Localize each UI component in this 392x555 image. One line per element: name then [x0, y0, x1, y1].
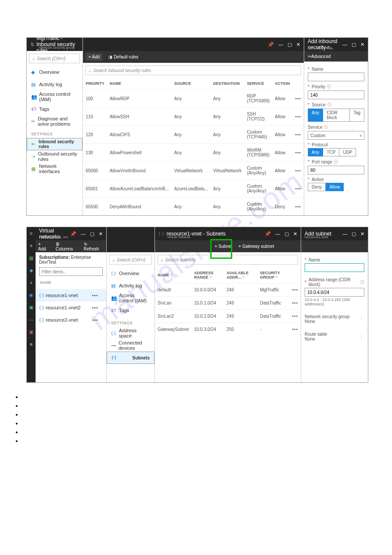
col-name[interactable]: NAME	[107, 78, 172, 90]
row-menu-icon[interactable]: •••	[289, 310, 301, 323]
row-menu-icon[interactable]: •••	[293, 126, 304, 144]
col-available[interactable]: AVAILABLE ADDR... ^	[224, 267, 257, 283]
vnet-search[interactable]: ⌕ Search (Ctrl+/)	[109, 255, 152, 265]
filter-input[interactable]	[39, 267, 103, 276]
table-row[interactable]: 65000AllowVnetInBoundVirtualNetworkVirtu…	[83, 162, 304, 180]
row-menu-icon[interactable]: •••	[293, 198, 304, 216]
vnet-item-iam[interactable]: 👥Access control (IAM)	[107, 292, 155, 304]
vnet-row[interactable]: ⟨·⟩resource1-vnet•••	[36, 289, 106, 301]
name-input[interactable]	[308, 73, 364, 81]
table-row[interactable]: 130AllowPowershellAnyAnyWinRM (TCP/5986)…	[83, 144, 304, 162]
refresh-button[interactable]: ↻ Refresh	[84, 242, 104, 251]
sidebar-item-diagnose[interactable]: ✂Diagnose and solve problems	[27, 115, 83, 127]
row-menu-icon[interactable]: •••	[92, 305, 103, 310]
rail-icon[interactable]: ●	[29, 280, 34, 285]
action-allow[interactable]: Allow	[326, 183, 344, 191]
route-table-selector[interactable]: Route table None 〉	[305, 332, 364, 341]
pin-icon[interactable]: 📌	[268, 42, 274, 47]
add-vnet-button[interactable]: + Add	[38, 242, 50, 251]
close-icon[interactable]: ✕	[296, 42, 300, 47]
minimize-icon[interactable]: —	[275, 231, 280, 237]
row-menu-icon[interactable]: •••	[293, 162, 304, 180]
table-row[interactable]: 65500DenyAllInBoundAnyAnyCustom (Any/Any…	[83, 198, 304, 216]
close-icon[interactable]: ✕	[293, 231, 297, 237]
priority-input[interactable]	[308, 91, 364, 99]
row-menu-icon[interactable]: •••	[293, 90, 304, 108]
source-any[interactable]: Any	[308, 109, 323, 122]
col-nsg[interactable]: SECURITY GROUP ^	[257, 267, 289, 283]
col-name[interactable]: NAME ^	[155, 267, 191, 283]
rules-search[interactable]: ⌕ Search inbound security rules	[86, 65, 301, 75]
rail-icon[interactable]: ◆	[29, 268, 34, 273]
table-row[interactable]: 120AllowCIFSAnyAnyCustom (TCP/445)Allow•…	[83, 126, 304, 144]
source-cidr[interactable]: CIDR block	[323, 109, 350, 122]
row-menu-icon[interactable]: •••	[289, 283, 301, 297]
sidebar-search[interactable]: ⌕ Search (Ctrl+/)	[29, 54, 80, 63]
vnet-item-address-space[interactable]: ⟨·⟩Address space	[107, 327, 155, 339]
advanced-button[interactable]: ✂ Advanced	[304, 51, 368, 62]
sidebar-item-outbound[interactable]: ⇥Outbound security rules	[27, 150, 83, 163]
maximize-icon[interactable]: ▢	[284, 231, 289, 237]
close-icon[interactable]: ✕	[99, 231, 103, 237]
sidebar-item-tags[interactable]: 🏷Tags	[27, 103, 83, 115]
rail-icon[interactable]: ◉	[29, 292, 34, 297]
table-row[interactable]: SrvLan210.0.2.0/24249DataTraffic•••	[155, 310, 301, 323]
table-row[interactable]: default10.0.0.0/24248MgtTraffic•••	[155, 283, 301, 297]
minimize-icon[interactable]: —	[278, 42, 283, 47]
col-action[interactable]: ACTION	[272, 78, 293, 90]
new-resource-icon[interactable]: +	[29, 243, 34, 248]
minimize-icon[interactable]: —	[342, 231, 347, 237]
row-menu-icon[interactable]: •••	[289, 323, 301, 336]
info-icon[interactable]	[326, 84, 331, 90]
protocol-segment[interactable]: Any TCP UDP	[308, 148, 364, 156]
row-menu-icon[interactable]: •••	[293, 180, 304, 198]
vnet-item-overview[interactable]: ⟨·⟩Overview	[107, 267, 155, 279]
addr-range-input[interactable]	[305, 288, 364, 297]
sidebar-item-activity[interactable]: ▤Activity log	[27, 78, 83, 91]
rail-icon[interactable]: —	[29, 317, 34, 322]
action-segment[interactable]: Deny Allow	[308, 183, 364, 191]
source-segment[interactable]: Any CIDR block Tag	[308, 109, 364, 122]
table-row[interactable]: 65001AllowAzureLoadBalancerInB...AzureLo…	[83, 180, 304, 198]
sidebar-item-nics[interactable]: ▦Network interfaces	[27, 163, 83, 175]
rail-icon[interactable]: ▦	[29, 255, 34, 261]
info-icon[interactable]	[323, 124, 328, 130]
minimize-icon[interactable]: —	[81, 231, 86, 237]
info-icon[interactable]	[333, 159, 338, 165]
rail-icon[interactable]: ■	[29, 341, 34, 347]
rail-icon[interactable]: ▣	[29, 305, 34, 310]
vnet-row[interactable]: ⟨·⟩resource2-vnet•••	[36, 314, 106, 326]
row-menu-icon[interactable]: •••	[92, 293, 103, 298]
col-service[interactable]: SERVICE	[244, 78, 272, 90]
col-priority[interactable]: PRIORITY	[83, 78, 107, 90]
row-menu-icon[interactable]: •••	[92, 317, 103, 323]
table-row[interactable]: GatewaySubnet10.0.3.0/24250-•••	[155, 323, 301, 336]
maximize-icon[interactable]: ▢	[90, 231, 94, 237]
default-rules-button[interactable]: ◑ Default rules	[108, 54, 138, 59]
table-row[interactable]: 110AllowSSHAnyAnySSH (TCP/22)Allow•••	[83, 108, 304, 126]
vnet-item-tags[interactable]: 🏷Tags	[107, 304, 155, 316]
columns-button[interactable]: ≣ Columns	[56, 242, 78, 251]
row-menu-icon[interactable]: •••	[289, 297, 301, 310]
add-rule-button[interactable]: + Add	[86, 53, 102, 61]
vnet-item-subnets[interactable]: ⟨·⟩Subnets	[107, 352, 155, 364]
add-gateway-subnet-button[interactable]: + Gateway subnet	[238, 244, 274, 249]
row-menu-icon[interactable]: •••	[293, 144, 304, 162]
sidebar-item-inbound[interactable]: ⇤Inbound security rules	[27, 138, 83, 150]
close-icon[interactable]: ✕	[360, 231, 364, 237]
vnet-row[interactable]: ⟨·⟩resource1-vnet2•••	[36, 301, 106, 314]
col-destination[interactable]: DESTINATION	[211, 78, 245, 90]
maximize-icon[interactable]: ▢	[288, 42, 292, 47]
service-select[interactable]: Custom▾	[308, 131, 364, 140]
sidebar-item-iam[interactable]: 👥Access control (IAM)	[27, 91, 83, 103]
hamburger-icon[interactable]: ≡	[29, 231, 34, 236]
info-icon[interactable]	[360, 279, 364, 285]
table-row[interactable]: 100AllowRDPAnyAnyRDP (TCP/3389)Allow•••	[83, 90, 304, 108]
vnet-item-connected-devices[interactable]: ⊶Connected devices	[107, 339, 155, 352]
vnet-item-activity[interactable]: ▤Activity log	[107, 279, 155, 292]
col-address-range[interactable]: ADDRESS RANGE ^	[191, 267, 224, 283]
protocol-any[interactable]: Any	[308, 148, 323, 156]
protocol-udp[interactable]: UDP	[339, 148, 356, 156]
sidebar-item-overview[interactable]: ◆Overview	[27, 66, 83, 78]
minimize-icon[interactable]: —	[342, 42, 347, 47]
